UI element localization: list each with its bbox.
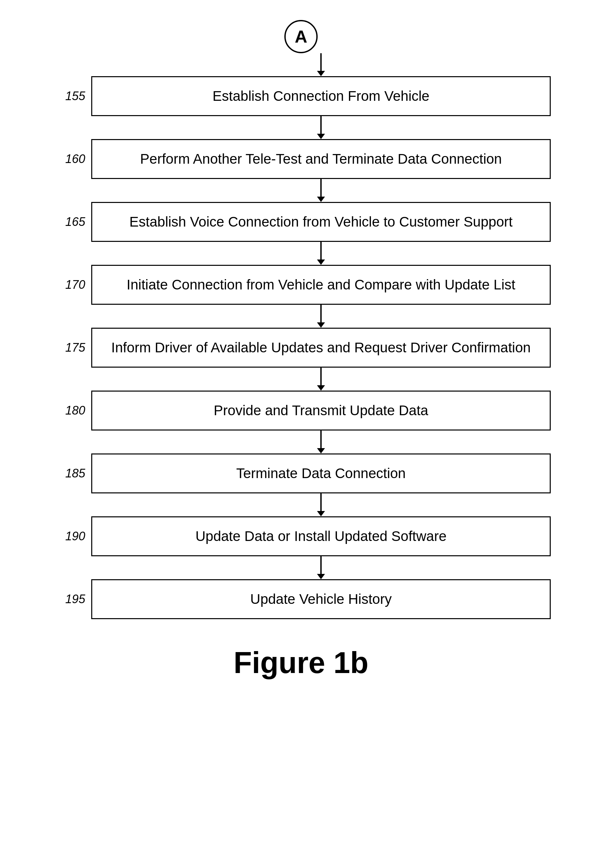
step-label-185: 185 bbox=[51, 467, 91, 481]
step-label-170: 170 bbox=[51, 278, 91, 292]
step-text-165: Establish Voice Connection from Vehicle … bbox=[129, 213, 513, 231]
step-label-155: 155 bbox=[51, 89, 91, 103]
arrow-8 bbox=[320, 556, 322, 574]
step-text-175: Inform Driver of Available Updates and R… bbox=[111, 339, 531, 357]
step-text-195: Update Vehicle History bbox=[250, 590, 392, 608]
connector-row-4 bbox=[51, 305, 551, 323]
arrow-line bbox=[91, 179, 551, 197]
arrow-line bbox=[91, 53, 551, 72]
arrow-1 bbox=[320, 116, 322, 135]
arrow-line bbox=[91, 367, 551, 386]
step-box-195: Update Vehicle History bbox=[91, 579, 551, 619]
arrow-line bbox=[91, 116, 551, 135]
start-label: A bbox=[295, 27, 307, 47]
flow-row-175: 175 Inform Driver of Available Updates a… bbox=[51, 328, 551, 367]
step-box-175: Inform Driver of Available Updates and R… bbox=[91, 328, 551, 367]
step-text-155: Establish Connection From Vehicle bbox=[212, 87, 429, 106]
arrow-7 bbox=[320, 493, 322, 512]
step-box-160: Perform Another Tele-Test and Terminate … bbox=[91, 139, 551, 179]
step-box-180: Provide and Transmit Update Data bbox=[91, 390, 551, 430]
flow-row-195: 195 Update Vehicle History bbox=[51, 579, 551, 619]
step-box-190: Update Data or Install Updated Software bbox=[91, 516, 551, 556]
flow-row-180: 180 Provide and Transmit Update Data bbox=[51, 390, 551, 430]
connector-row-5 bbox=[51, 367, 551, 386]
connector-row-7 bbox=[51, 493, 551, 512]
connector-row-0 bbox=[51, 53, 551, 72]
step-box-170: Initiate Connection from Vehicle and Com… bbox=[91, 265, 551, 305]
figure-label: Figure 1b bbox=[233, 646, 368, 680]
step-label-180: 180 bbox=[51, 404, 91, 418]
flow-row-185: 185 Terminate Data Connection bbox=[51, 453, 551, 493]
step-label-190: 190 bbox=[51, 529, 91, 543]
step-label-175: 175 bbox=[51, 341, 91, 355]
arrow-line bbox=[91, 493, 551, 512]
step-box-155: Establish Connection From Vehicle bbox=[91, 76, 551, 116]
connector-row-3 bbox=[51, 242, 551, 260]
arrow-2 bbox=[320, 179, 322, 197]
flow-row-155: 155 Establish Connection From Vehicle bbox=[51, 76, 551, 116]
arrow-line bbox=[91, 242, 551, 260]
flow-row-190: 190 Update Data or Install Updated Softw… bbox=[51, 516, 551, 556]
step-text-160: Perform Another Tele-Test and Terminate … bbox=[140, 150, 502, 168]
diagram-container: A 155 Establish Connection From Vehicle … bbox=[0, 0, 602, 693]
arrow-3 bbox=[320, 242, 322, 260]
arrow-6 bbox=[320, 430, 322, 449]
connector-row-2 bbox=[51, 179, 551, 197]
step-box-165: Establish Voice Connection from Vehicle … bbox=[91, 202, 551, 242]
step-label-160: 160 bbox=[51, 152, 91, 166]
start-circle: A bbox=[284, 20, 318, 53]
step-text-180: Provide and Transmit Update Data bbox=[214, 401, 428, 420]
step-text-170: Initiate Connection from Vehicle and Com… bbox=[126, 276, 515, 294]
arrow-line bbox=[91, 430, 551, 449]
step-label-195: 195 bbox=[51, 592, 91, 606]
arrow-line bbox=[91, 305, 551, 323]
flow-row-170: 170 Initiate Connection from Vehicle and… bbox=[51, 265, 551, 305]
arrow-line bbox=[91, 556, 551, 574]
arrow-4 bbox=[320, 305, 322, 323]
step-box-185: Terminate Data Connection bbox=[91, 453, 551, 493]
flow-row-160: 160 Perform Another Tele-Test and Termin… bbox=[51, 139, 551, 179]
step-text-185: Terminate Data Connection bbox=[236, 464, 406, 483]
step-label-165: 165 bbox=[51, 215, 91, 229]
step-text-190: Update Data or Install Updated Software bbox=[195, 527, 447, 546]
connector-row-8 bbox=[51, 556, 551, 574]
arrow-5 bbox=[320, 367, 322, 386]
connector-row-6 bbox=[51, 430, 551, 449]
connector-row-1 bbox=[51, 116, 551, 135]
flow-row-165: 165 Establish Voice Connection from Vehi… bbox=[51, 202, 551, 242]
arrow-0 bbox=[320, 53, 322, 72]
